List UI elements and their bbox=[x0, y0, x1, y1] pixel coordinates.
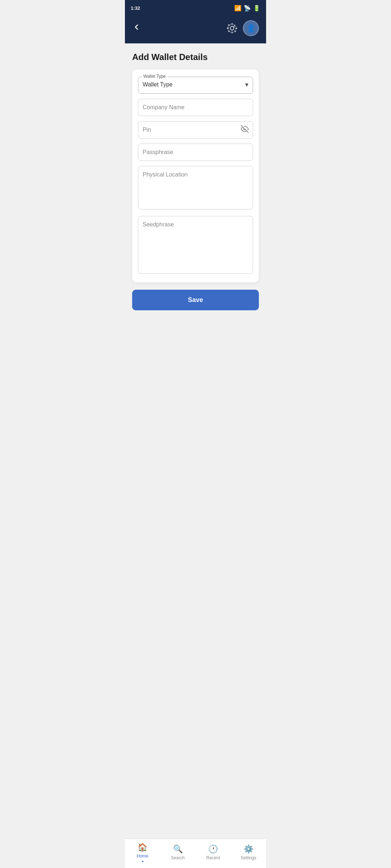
settings-wheel-button[interactable] bbox=[226, 22, 239, 35]
wallet-type-legend: Wallet Type bbox=[142, 74, 167, 79]
toggle-pin-visibility-icon[interactable] bbox=[241, 125, 249, 135]
company-name-input[interactable] bbox=[138, 99, 253, 116]
pin-input[interactable] bbox=[138, 121, 253, 139]
wifi-icon: 📶 bbox=[234, 5, 241, 12]
signal-icon: 📡 bbox=[244, 5, 251, 12]
wallet-type-fieldset: Wallet Type Wallet Type Hardware Wallet … bbox=[138, 77, 253, 94]
bottom-spacer bbox=[132, 318, 259, 346]
back-button[interactable] bbox=[132, 21, 144, 35]
status-time: 1:32 bbox=[131, 5, 140, 11]
wallet-type-select[interactable]: Wallet Type Hardware Wallet Software Wal… bbox=[143, 80, 248, 89]
battery-icon: 🔋 bbox=[253, 5, 260, 12]
passphrase-input[interactable] bbox=[138, 144, 253, 161]
save-button[interactable]: Save bbox=[132, 290, 259, 310]
nav-right-icons: 👤 bbox=[226, 20, 259, 36]
seedphrase-textarea[interactable] bbox=[138, 216, 253, 274]
svg-point-0 bbox=[230, 26, 234, 30]
pin-field-wrapper bbox=[138, 121, 253, 139]
avatar-icon: 👤 bbox=[247, 24, 256, 33]
main-content: Add Wallet Details Wallet Type Wallet Ty… bbox=[125, 43, 266, 354]
status-icons: 📶 📡 🔋 bbox=[234, 5, 260, 12]
status-bar: 1:32 📶 📡 🔋 bbox=[125, 0, 266, 16]
top-navigation: 👤 bbox=[125, 16, 266, 43]
wallet-type-select-wrapper: Wallet Type Hardware Wallet Software Wal… bbox=[143, 80, 248, 89]
form-card: Wallet Type Wallet Type Hardware Wallet … bbox=[132, 69, 259, 282]
user-avatar[interactable]: 👤 bbox=[243, 20, 259, 36]
page-title: Add Wallet Details bbox=[132, 52, 259, 62]
physical-location-textarea[interactable] bbox=[138, 166, 253, 209]
